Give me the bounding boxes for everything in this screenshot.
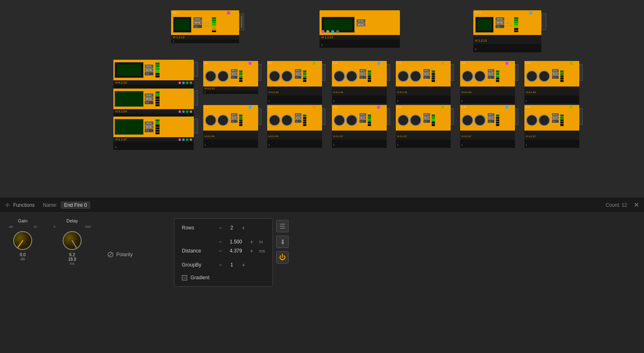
check-icon: ✓ bbox=[235, 11, 238, 16]
download-icon-btn[interactable]: ⬇ bbox=[276, 236, 289, 248]
distance-label: Distance bbox=[182, 248, 217, 254]
meters-control: − 1.500 + m bbox=[217, 238, 263, 245]
module-id-label: AB 1 bbox=[172, 11, 179, 14]
module-CD1[interactable]: CD 1 MENU MUTE EQ HF: 1 LP: 23 bbox=[473, 10, 541, 52]
delay-knob[interactable] bbox=[62, 230, 82, 251]
lm0-meter bbox=[155, 63, 160, 77]
delay-section: Delay 0 500 6.2 18.0 ms bbox=[54, 218, 91, 266]
ms-plus-btn[interactable]: + bbox=[248, 248, 255, 254]
delay-label: Delay bbox=[66, 218, 78, 223]
grid-module-C2[interactable]: C 2 ✓ MENU MUTE EQ VI 6.2-04 bbox=[203, 105, 258, 148]
grid-module-A2[interactable]: A2 ✓ MENU MUTE EQ VI 6.2-10 bbox=[203, 61, 258, 94]
gain-label: Gain bbox=[18, 218, 27, 223]
grid-cone-A2 bbox=[205, 70, 216, 82]
lm1-meter bbox=[155, 91, 160, 106]
power-icon-btn[interactable]: ⏻ bbox=[276, 251, 289, 264]
move-handle[interactable]: ✛ bbox=[5, 202, 10, 208]
config-container: Rows − 2 + − 1.500 + bbox=[174, 218, 289, 287]
distance-section: − 1.500 + m Distance − 4.379 + bbox=[182, 238, 265, 254]
groupby-minus-btn[interactable]: − bbox=[217, 262, 223, 268]
gradient-row: Gradient bbox=[182, 275, 265, 281]
grid-conn-A2 bbox=[258, 64, 261, 81]
lm0-controls: MENU MUTE EQ bbox=[145, 65, 153, 75]
cd1-label: CD 1 bbox=[475, 11, 481, 14]
grid-check-A2: ✓ bbox=[254, 62, 257, 65]
module-wide-controls: MENU MUTE bbox=[357, 19, 365, 26]
menu-btn[interactable]: MENU bbox=[193, 17, 202, 21]
connector-right bbox=[239, 14, 244, 30]
lm2-meter bbox=[155, 119, 160, 134]
bottom-panel: ✛ Functions Name: End Fire 0 Count: 12 ✕… bbox=[0, 198, 644, 353]
grid-color-B3 bbox=[313, 62, 315, 65]
eq-btn[interactable]: EQ bbox=[193, 25, 202, 28]
meters-minus-btn[interactable]: − bbox=[217, 238, 223, 245]
grid-meter-A2 bbox=[239, 70, 242, 82]
cd1-footer: VI 1.2-13 bbox=[473, 35, 541, 44]
count-label: Count: 12 bbox=[606, 202, 627, 208]
svg-line-5 bbox=[109, 253, 112, 256]
module-footer: VI 1.2-13 bbox=[171, 35, 239, 40]
grid-module-D4[interactable]: D 4 ✓ MENU MUTE EQ VI 6.2-04 bbox=[267, 105, 322, 148]
lm1-connector bbox=[194, 91, 198, 105]
groupby-control: − 1 + bbox=[217, 262, 247, 268]
groupby-plus-btn[interactable]: + bbox=[240, 262, 247, 268]
cd1-hf-lp: HF: 1 LP: 23 bbox=[506, 22, 512, 27]
ms-minus-btn[interactable]: − bbox=[217, 248, 223, 254]
ms-value: 4.379 bbox=[228, 248, 244, 254]
module-B1[interactable]: MENU MUTE ⏻ ✓ VI 1.2-13 1 bbox=[320, 10, 400, 48]
grid-module-B11[interactable]: B 11 ✓ MENU MUTE EQ VI 6.2-04 bbox=[524, 61, 579, 104]
function-config-panel: Rows − 2 + − 1.500 + bbox=[174, 218, 273, 287]
cd1-meter bbox=[514, 17, 518, 32]
left-module-2[interactable]: MENU MUTE EQ ✓ VI 6.2-07 bbox=[113, 117, 194, 150]
groupby-label: GroupBy bbox=[182, 262, 217, 268]
name-value[interactable]: End Fire 0 bbox=[61, 201, 90, 209]
module-AB1[interactable]: AB 1 MENU MUTE EQ HF: 1 LP: 23 bbox=[171, 10, 239, 43]
grid-module-A6[interactable]: A 6 ✓ MENU MUTE EQ VI 6.2-07 bbox=[332, 105, 387, 148]
check-icon-b1: ✓ bbox=[395, 11, 399, 16]
functions-title: Functions bbox=[13, 202, 35, 208]
lm2-check: ✓ bbox=[189, 117, 193, 122]
rows-minus-btn[interactable]: − bbox=[217, 224, 223, 231]
grid-module-D7[interactable]: D 7 ✓ MENU MUTE EQ VI 6.2-10 bbox=[396, 61, 451, 104]
cd1-display bbox=[475, 17, 494, 33]
grid-btns-A2: MENU MUTE EQ bbox=[231, 69, 237, 79]
module-controls: MENU MUTE EQ bbox=[193, 17, 202, 28]
meters-plus-btn[interactable]: + bbox=[248, 238, 255, 245]
rows-label: Rows bbox=[182, 225, 217, 231]
module-number-bar-b1: 1 bbox=[320, 40, 400, 48]
lm0-display bbox=[115, 62, 143, 78]
gain-values: 0.0 dB bbox=[20, 252, 26, 261]
grid-module-A9[interactable]: A 9 ✓ MENU MUTE EQ VI 6.2-04 bbox=[460, 61, 515, 104]
lm2-connector bbox=[194, 119, 198, 133]
cd1-controls: MENU MUTE EQ bbox=[496, 17, 504, 28]
grid-module-B8[interactable]: B 8 ✓ MENU MUTE EQ VI 6.2-07 bbox=[396, 105, 451, 148]
module-circles: ⏻ bbox=[321, 30, 339, 33]
grid-module-C10[interactable]: C 10 ✓ MENU MUTE EQ VI 6.2-07 bbox=[460, 105, 515, 148]
grid-module-B3[interactable]: B 3 ✓ MENU MUTE EQ VI 6.2-10 bbox=[267, 61, 322, 104]
side-icon-buttons: ☰ ⬇ ⏻ bbox=[276, 218, 289, 287]
cd1-number-bar: 1 bbox=[473, 44, 541, 52]
list-icon-btn[interactable]: ☰ bbox=[276, 220, 289, 232]
groupby-row: GroupBy − 1 + bbox=[182, 262, 265, 268]
hf-lp-labels: HF: 1 LP: 23 bbox=[204, 22, 210, 27]
module-number-bar: 1 bbox=[171, 40, 239, 43]
grid-module-B12[interactable]: B 12 ✓ MENU MUTE EQ VI 6.2-07 bbox=[524, 105, 579, 148]
lm2-num-bar: 1 bbox=[113, 142, 194, 150]
meters-value: 1.500 bbox=[228, 239, 244, 245]
rows-value: 2 bbox=[228, 225, 236, 231]
polarity-icon bbox=[107, 251, 114, 258]
grid-color-A2 bbox=[249, 62, 251, 65]
grid-module-C5[interactable]: C 5 ✓ MENU MUTE EQ VI 6.2-10 bbox=[332, 61, 387, 104]
left-module-0[interactable]: MENU MUTE EQ ✓ VI 6.2-10 ⏻ bbox=[113, 60, 194, 93]
gain-knob[interactable] bbox=[12, 230, 33, 251]
mute-btn[interactable]: MUTE bbox=[193, 21, 202, 24]
gradient-checkbox[interactable] bbox=[182, 275, 187, 281]
delay-range: 0 500 bbox=[54, 225, 91, 229]
close-button[interactable]: ✕ bbox=[634, 201, 639, 209]
grid-footer-A2: VI 6.2-10 bbox=[203, 86, 258, 91]
check-icon-cd1: ✓ bbox=[537, 11, 540, 16]
functions-header: ✛ Functions Name: End Fire 0 Count: 12 ✕ bbox=[0, 199, 644, 212]
rows-plus-btn[interactable]: + bbox=[240, 224, 247, 231]
meters-unit: m bbox=[259, 239, 263, 244]
delay-values: 6.2 18.0 ms bbox=[68, 252, 76, 266]
